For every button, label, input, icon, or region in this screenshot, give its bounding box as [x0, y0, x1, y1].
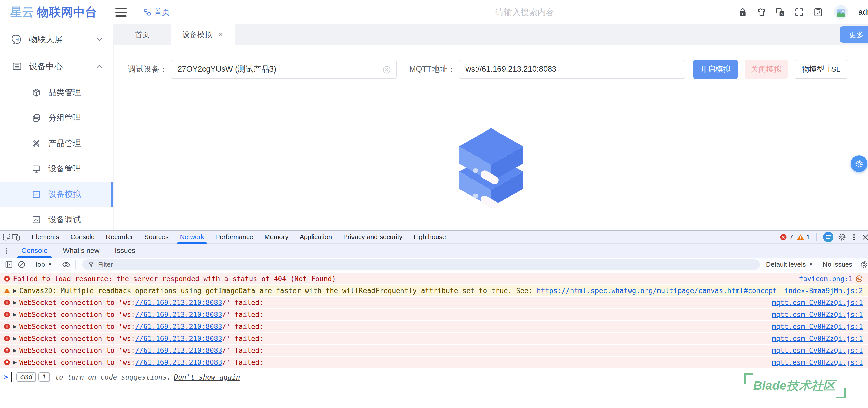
sidebar-item-device-debug[interactable]: 设备调试	[0, 207, 113, 230]
start-simulation-button[interactable]: 开启模拟	[693, 60, 738, 79]
expand-triangle-icon[interactable]: ▶	[13, 360, 17, 365]
devtools-tab-console[interactable]: Console	[65, 231, 100, 244]
device-select[interactable]: 27OY2cgYUsW (测试产品3)	[171, 60, 397, 79]
source-link[interactable]: favicon.png:1	[799, 274, 853, 283]
inspect-element-icon[interactable]	[2, 233, 11, 242]
devtools-tab-application[interactable]: Application	[294, 231, 338, 244]
console-message-link[interactable]: //61.169.213.210:8083	[135, 299, 222, 307]
console-message-link[interactable]: //61.169.213.210:8083	[135, 322, 222, 331]
devtools-tab-elements[interactable]: Elements	[26, 231, 65, 244]
sidebar-item-category-mgmt[interactable]: 品类管理	[0, 80, 113, 105]
devtools-tab-network[interactable]: Network	[174, 231, 210, 244]
devtools-tab-recorder[interactable]: Recorder	[100, 231, 139, 244]
dont-show-again-link[interactable]: Don't show again	[174, 373, 240, 381]
console-error-row: ▶ WebSocket connection to 'ws://61.169.2…	[0, 333, 868, 344]
source-link[interactable]: mqtt.esm-Cv0HZzQi.js:1	[772, 310, 863, 319]
console-message-link[interactable]: //61.169.213.210:8083	[135, 335, 222, 342]
expand-triangle-icon[interactable]: ▶	[13, 347, 17, 353]
devtools-tab-privacy-and-security[interactable]: Privacy and security	[338, 231, 408, 244]
sidebar-item-label: 品类管理	[49, 87, 81, 98]
lock-icon[interactable]	[738, 7, 748, 17]
log-levels-dropdown[interactable]: Default levels▼	[764, 261, 815, 268]
warning-count-badge[interactable]: 1	[797, 233, 810, 241]
tab-device-simulate[interactable]: 设备模拟 ✕	[171, 25, 235, 45]
drawer-tab-what-s-new[interactable]: What's new	[55, 244, 107, 258]
expand-triangle-icon[interactable]: ▶	[13, 324, 17, 329]
sidebar-item-device-simulate[interactable]: 设备模拟	[0, 182, 113, 207]
theme-icon[interactable]	[756, 7, 767, 17]
console-prompt[interactable]: > cmdi to turn on code suggestions. Don'…	[0, 369, 868, 384]
expand-triangle-icon[interactable]: ▶	[13, 300, 17, 305]
ai-assistant-icon[interactable]	[823, 232, 834, 243]
caret-down-icon: ▼	[48, 262, 52, 267]
console-message-link[interactable]: //61.169.213.210:8083	[135, 346, 222, 354]
console-message-link[interactable]: //61.169.213.210:8083	[135, 359, 222, 366]
username[interactable]: admin	[858, 8, 868, 17]
console-message-link[interactable]: //61.169.213.210:8083	[135, 311, 222, 318]
mqtt-address-input[interactable]: ws://61.169.213.210:8083	[459, 60, 685, 79]
sidebar-item-label: 分组管理	[49, 112, 81, 124]
console-message: WebSocket connection to 'ws://61.169.213…	[19, 310, 764, 319]
devtools-tab-performance[interactable]: Performance	[210, 231, 259, 244]
network-request-icon[interactable]	[855, 275, 863, 282]
drawer-tab-issues[interactable]: Issues	[107, 244, 143, 258]
stop-simulation-button[interactable]: 关闭模拟	[745, 60, 787, 79]
chevron-up-icon	[95, 62, 103, 70]
sidebar-item-device-center[interactable]: 设备中心	[0, 53, 113, 80]
expand-triangle-icon[interactable]: ▶	[13, 336, 17, 341]
expand-triangle-icon[interactable]: ▶	[13, 288, 17, 293]
tab-label: 设备模拟	[182, 25, 212, 45]
more-button[interactable]: 更多	[840, 27, 868, 43]
source-link[interactable]: mqtt.esm-Cv0HZzQi.js:1	[772, 346, 863, 355]
error-icon	[4, 311, 10, 318]
error-count-badge[interactable]: 7	[780, 233, 793, 241]
sidebar-item-group-mgmt[interactable]: 分组管理	[0, 105, 113, 131]
source-link[interactable]: mqtt.esm-Cv0HZzQi.js:1	[772, 322, 863, 331]
tab-home[interactable]: 首页	[124, 25, 161, 45]
sidebar-item-device-mgmt[interactable]: 设备管理	[0, 156, 113, 182]
devtools-settings-icon[interactable]	[837, 233, 847, 242]
drawer-tab-console[interactable]: Console	[14, 244, 55, 258]
clear-console-icon[interactable]	[17, 260, 26, 269]
source-link[interactable]: index-Bmaa9jMn.js:2	[784, 286, 863, 295]
tsl-model-button[interactable]: 物模型 TSL	[795, 60, 847, 79]
translate-icon[interactable]: 中A	[775, 7, 785, 17]
source-link[interactable]: mqtt.esm-Cv0HZzQi.js:1	[772, 358, 863, 367]
javascript-context-dropdown[interactable]: top▼	[34, 261, 54, 268]
source-link[interactable]: mqtt.esm-Cv0HZzQi.js:1	[772, 334, 863, 343]
device-toolbar-icon[interactable]	[11, 233, 20, 242]
error-icon	[4, 275, 10, 282]
search-input[interactable]: 请输入搜索内容	[495, 0, 554, 25]
logo-secondary: 物联网中台	[37, 5, 97, 19]
devtools-close-icon[interactable]	[861, 233, 868, 241]
sidebar-item-label: 设备中心	[29, 61, 63, 72]
source-link[interactable]: mqtt.esm-Cv0HZzQi.js:1	[772, 298, 863, 307]
sidebar-item-iot-screen[interactable]: AI 物联大屏	[0, 26, 113, 53]
group-icon	[32, 113, 41, 123]
settings-fab-button[interactable]	[851, 156, 867, 172]
breadcrumb[interactable]: 首页	[144, 7, 170, 18]
avatar[interactable]	[834, 5, 848, 19]
console-message-link[interactable]: https://html.spec.whatwg.org/multipage/c…	[537, 287, 777, 295]
device-select-value: 27OY2cgYUsW (测试产品3)	[178, 64, 276, 74]
console-settings-icon[interactable]	[860, 260, 868, 269]
issues-counter[interactable]: No Issues	[820, 261, 854, 268]
console-filter-input[interactable]: Filter	[82, 260, 760, 270]
collapse-menu-icon[interactable]	[115, 8, 127, 16]
live-expression-eye-icon[interactable]	[62, 260, 70, 269]
devtools-tab-lighthouse[interactable]: Lighthouse	[408, 231, 452, 244]
tab-close-icon[interactable]: ✕	[218, 31, 224, 38]
expand-triangle-icon[interactable]: ▶	[13, 312, 17, 317]
devtool-icon[interactable]	[813, 7, 823, 17]
clear-icon[interactable]	[382, 65, 391, 74]
prompt-chevron-icon: >	[4, 373, 8, 381]
devtools-menu-icon[interactable]	[850, 233, 858, 241]
console-source: mqtt.esm-Cv0HZzQi.js:1	[764, 334, 863, 343]
devtools-tab-memory[interactable]: Memory	[259, 231, 294, 244]
console-sidebar-toggle-icon[interactable]	[5, 260, 13, 269]
console-error-row: ▶ WebSocket connection to 'ws://61.169.2…	[0, 309, 868, 320]
devtools-tab-sources[interactable]: Sources	[139, 231, 174, 244]
sidebar-item-product-mgmt[interactable]: 产品管理	[0, 131, 113, 156]
drawer-menu-icon[interactable]	[3, 247, 10, 254]
fullscreen-icon[interactable]	[794, 7, 804, 17]
